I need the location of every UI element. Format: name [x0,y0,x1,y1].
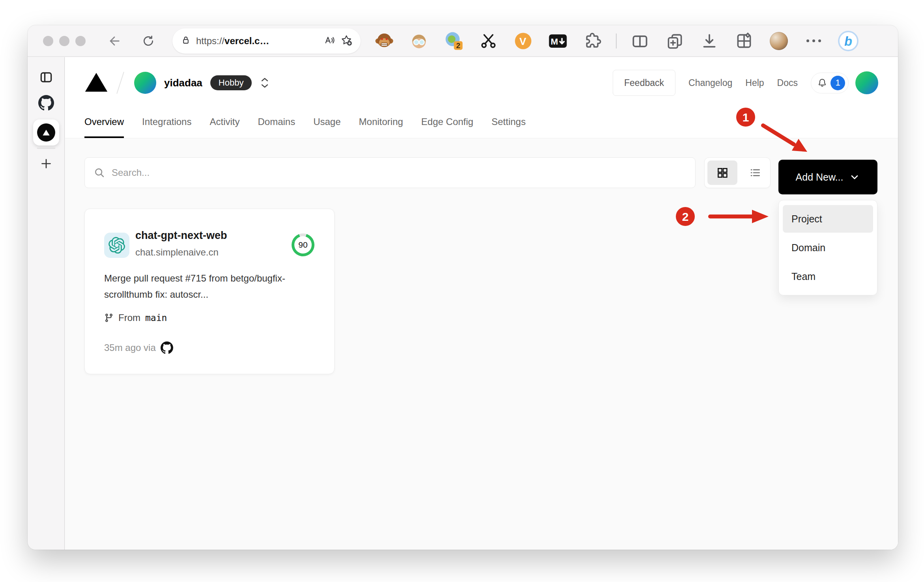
view-toggle [704,157,771,188]
tab-settings[interactable]: Settings [492,116,526,138]
close-window-button[interactable] [43,36,53,46]
add-favorite-icon[interactable] [340,34,353,48]
grid-view-button[interactable] [707,160,737,185]
minimize-window-button[interactable] [59,36,69,46]
tab-monitoring[interactable]: Monitoring [359,116,403,138]
sidebar-add-icon[interactable] [39,157,53,171]
browser-toolbar: https://vercel.c… 2 V [28,25,898,57]
add-new-dropdown: Project Domain Team [778,200,877,295]
project-card[interactable]: chat-gpt-next-web chat.simplenaive.cn 90… [84,209,335,374]
v-extension-icon[interactable]: V [512,30,535,52]
list-view-button[interactable] [740,158,770,188]
markdown-label: M [551,37,558,47]
git-branch-icon [104,313,114,323]
reload-button[interactable] [142,34,155,48]
add-new-label: Add New... [796,172,844,183]
branch-name: main [145,313,167,323]
dropdown-item-project[interactable]: Project [783,205,873,233]
tab-integrations[interactable]: Integrations [142,116,191,138]
deployment-meta: 35m ago via [104,341,173,354]
github-icon [161,341,173,354]
more-menu-icon[interactable] [802,30,825,52]
persona-extension-icon[interactable] [408,30,430,52]
vercel-logo-icon[interactable] [84,71,108,94]
sidebar-divider [37,148,55,149]
extension-badge-count: 2 [456,41,460,49]
project-domain[interactable]: chat.simplenaive.cn [135,247,219,258]
project-name[interactable]: chat-gpt-next-web [135,229,227,242]
branch-row: From main [104,312,167,323]
notifications-button[interactable]: 1 [811,73,849,93]
plan-badge: Hobby [210,75,252,90]
notification-count-badge: 1 [830,76,845,90]
url-text: https://vercel.c… [196,35,319,47]
profile-avatar[interactable] [767,30,790,52]
toolbar-divider [616,34,617,48]
copilot-label: b [844,34,852,48]
deployment-time: 35m ago via [104,342,156,353]
dashboard-header: yidadaa Hobby Feedback Changelog Help Do… [65,57,898,138]
badge-extension-icon[interactable]: 2 [442,30,465,52]
read-aloud-icon[interactable] [324,34,335,48]
user-avatar[interactable] [855,71,878,94]
scope-switcher-icon[interactable] [260,77,269,88]
search-icon [94,167,105,179]
dashboard-tabs: Overview Integrations Activity Domains U… [84,116,526,138]
collections-icon[interactable] [663,30,686,52]
commit-message: Merge pull request #715 from betgo/bugfi… [104,270,319,302]
from-label: From [118,312,140,323]
copilot-icon[interactable]: b [837,30,860,52]
v-extension-label: V [519,35,526,47]
add-new-button[interactable]: Add New... [778,160,877,194]
monkey-extension-icon[interactable] [373,30,396,52]
cat-photo [770,32,788,50]
help-link[interactable]: Help [745,78,764,88]
search-input[interactable] [112,167,686,178]
markdown-extension-icon[interactable]: M [546,30,569,52]
tab-activity[interactable]: Activity [209,116,239,138]
header-actions: Feedback Changelog Help Docs 1 [613,57,878,108]
grid-view-icon [716,166,729,179]
scope-selector: yidadaa Hobby [84,57,269,108]
tab-edge-config[interactable]: Edge Config [421,116,473,138]
lock-icon [180,35,191,47]
traffic-lights [43,36,86,46]
team-name: yidadaa [164,77,202,89]
bell-icon [817,77,828,88]
browser-window: https://vercel.c… 2 V [28,25,898,550]
feedback-button[interactable]: Feedback [613,70,675,96]
tab-overview[interactable]: Overview [84,116,124,138]
score-value: 90 [294,236,312,254]
extensions-puzzle-icon[interactable] [581,30,604,52]
score-ring[interactable]: 90 [292,233,314,256]
zoom-window-button[interactable] [75,36,86,46]
vercel-app-icon [37,123,55,142]
tab-domains[interactable]: Domains [258,116,295,138]
vercel-sidebar-tab-active[interactable] [33,119,59,146]
list-view-icon [749,166,761,179]
project-search[interactable] [84,157,696,188]
breadcrumb-slash [116,72,124,94]
sidebar-panel-toggle-icon[interactable] [39,70,54,85]
changelog-link[interactable]: Changelog [688,78,732,88]
address-bar[interactable]: https://vercel.c… [172,28,361,54]
dropdown-item-domain[interactable]: Domain [783,234,873,261]
chevron-down-icon [849,172,860,183]
vercel-dashboard: yidadaa Hobby Feedback Changelog Help Do… [65,57,898,550]
workspaces-grid-icon[interactable] [733,30,756,52]
tab-usage[interactable]: Usage [313,116,340,138]
browser-sidebar [28,57,65,550]
extensions-row: 2 V M [373,30,860,52]
team-avatar[interactable] [134,72,156,94]
split-screen-icon[interactable] [628,30,651,52]
downloads-icon[interactable] [698,30,721,52]
scissors-extension-icon[interactable] [477,30,500,52]
project-logo-tile [104,233,129,258]
docs-link[interactable]: Docs [777,78,798,88]
openai-logo-icon [108,237,125,254]
dropdown-item-team[interactable]: Team [783,263,873,290]
github-sidebar-icon[interactable] [38,95,54,111]
back-button[interactable] [108,34,121,48]
overview-content: Add New... Project Domain Team chat-gpt-… [65,139,898,550]
